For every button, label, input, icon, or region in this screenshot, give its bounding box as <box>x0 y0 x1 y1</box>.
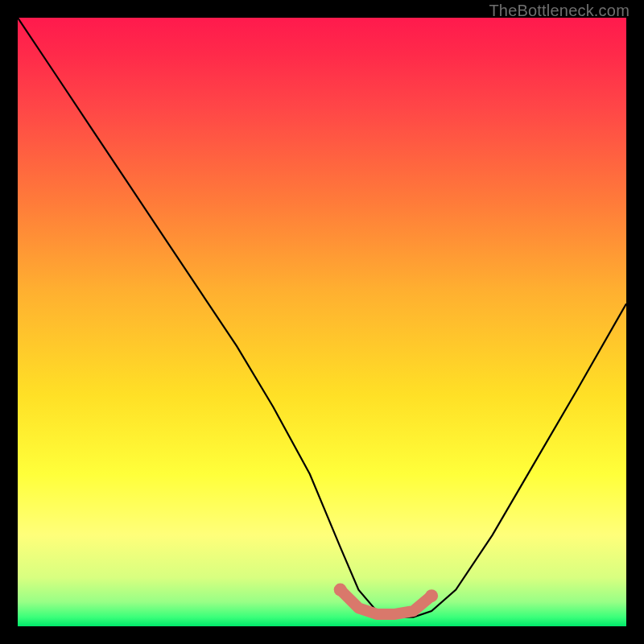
bottleneck-curve <box>18 18 626 617</box>
optimal-range-dot <box>334 584 347 597</box>
optimal-range-band <box>341 590 431 614</box>
optimal-range-markers <box>334 584 438 614</box>
optimal-range-dot <box>425 589 438 602</box>
plot-area <box>18 18 626 626</box>
curve-layer <box>18 18 626 626</box>
chart-frame: TheBottleneck.com <box>0 0 644 644</box>
